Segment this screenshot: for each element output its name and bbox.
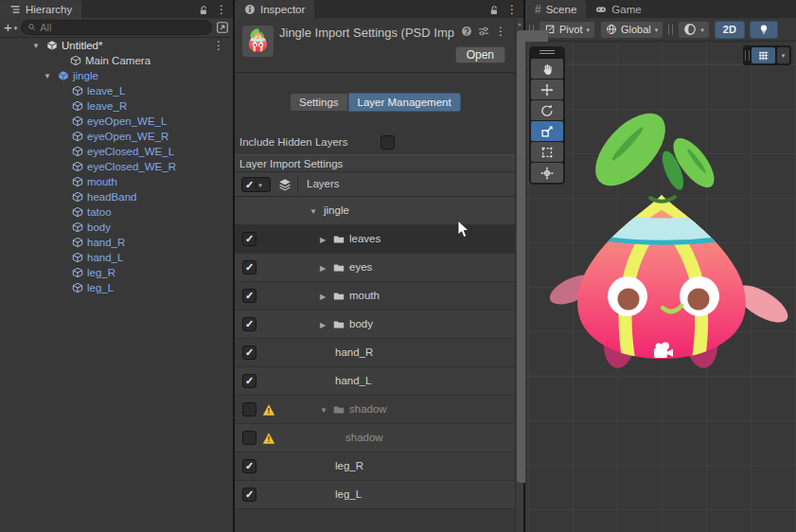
chevron-right-icon[interactable]: ▶ xyxy=(320,293,326,301)
hierarchy-item-main-camera[interactable]: Main Camera xyxy=(0,53,233,68)
tab-scene[interactable]: # Scene xyxy=(525,0,586,18)
inspector-scrollbar[interactable]: ▴ xyxy=(515,18,523,532)
chevron-right-icon[interactable]: ▶ xyxy=(320,236,326,244)
view-hand-tool-button[interactable] xyxy=(531,59,563,79)
hierarchy-scene-row[interactable]: ▼ Untitled* ⋮ xyxy=(0,38,233,53)
scroll-up-arrow-icon[interactable]: ▴ xyxy=(516,20,523,27)
layer-row-leg-l[interactable]: ✓ leg_L xyxy=(235,481,515,509)
chevron-down-icon: ▾ xyxy=(256,182,264,188)
layer-checkbox-unchecked[interactable] xyxy=(242,402,256,417)
global-dropdown[interactable]: Global ▾ xyxy=(600,21,663,39)
transform-tool-button[interactable] xyxy=(531,163,563,183)
hierarchy-icon xyxy=(9,4,21,15)
item-label: leg_R xyxy=(87,267,115,278)
hierarchy-item-eyeopen-we-l[interactable]: eyeOpen_WE_L xyxy=(0,114,233,129)
layer-row-body[interactable]: ✓ ▶ body xyxy=(235,310,515,339)
overlay-drag-handle[interactable] xyxy=(529,46,565,57)
unlock-icon[interactable] xyxy=(198,4,209,15)
hierarchy-search[interactable] xyxy=(21,20,212,35)
layer-row-shadow-group[interactable]: ▼ shadow xyxy=(235,396,515,424)
tab-inspector[interactable]: Inspector xyxy=(235,0,314,18)
hierarchy-menu-icon[interactable]: ⋮ xyxy=(216,4,227,15)
layer-label: eyes xyxy=(349,261,372,273)
jingle-character[interactable] xyxy=(546,89,794,384)
tools-overlay xyxy=(529,46,565,185)
rotate-tool-button[interactable] xyxy=(531,100,563,120)
layer-checkbox[interactable]: ✓ xyxy=(242,317,256,331)
toggle-all-checkbox[interactable]: ✓ ▾ xyxy=(241,177,271,192)
hierarchy-item-jingle[interactable]: ▼ jingle xyxy=(0,68,233,83)
2d-mode-toggle[interactable]: 2D xyxy=(715,21,745,39)
scene-viewport[interactable]: ▾ xyxy=(525,42,796,532)
hierarchy-item-hand-l[interactable]: hand_L xyxy=(0,250,233,265)
layer-row-mouth[interactable]: ✓ ▶ mouth xyxy=(235,282,515,310)
hierarchy-item-headband[interactable]: headBand xyxy=(0,189,233,204)
toolbar-drag-handle[interactable] xyxy=(668,25,673,35)
layer-label: shadow xyxy=(349,403,387,415)
search-input[interactable] xyxy=(40,22,205,33)
gameobject-cube-icon xyxy=(70,55,81,66)
layer-row-hand-l[interactable]: ✓ hand_L xyxy=(235,367,515,396)
layer-row-leaves[interactable]: ✓ ▶ leaves xyxy=(235,225,515,254)
layer-row-hand-r[interactable]: ✓ hand_R xyxy=(235,339,515,367)
chevron-down-icon[interactable]: ▼ xyxy=(32,42,40,50)
layer-checkbox-unchecked[interactable] xyxy=(242,431,256,445)
move-tool-button[interactable] xyxy=(531,80,563,99)
hierarchy-item-hand-r[interactable]: hand_R xyxy=(0,235,233,250)
add-gameobject-button[interactable]: + ▾ xyxy=(4,22,17,34)
layer-checkbox[interactable]: ✓ xyxy=(242,260,256,275)
hierarchy-item-leave-l[interactable]: leave_L xyxy=(0,83,233,98)
tab-hierarchy[interactable]: Hierarchy xyxy=(0,0,81,18)
unlock-icon[interactable] xyxy=(488,4,500,15)
mouse-cursor-icon xyxy=(457,221,470,239)
layer-row-jingle[interactable]: ▼ jingle xyxy=(235,197,515,225)
folder-icon xyxy=(333,291,345,302)
hierarchy-item-mouth[interactable]: mouth xyxy=(0,174,233,189)
help-icon[interactable] xyxy=(461,26,472,37)
inspector-menu-icon[interactable]: ⋮ xyxy=(506,4,518,15)
include-hidden-layers-checkbox[interactable] xyxy=(380,135,395,150)
asset-menu-icon[interactable]: ⋮ xyxy=(495,26,506,37)
layer-checkbox[interactable]: ✓ xyxy=(242,346,256,360)
hierarchy-item-tatoo[interactable]: tatoo xyxy=(0,204,233,220)
layer-checkbox[interactable]: ✓ xyxy=(242,459,256,473)
chevron-right-icon[interactable]: ▶ xyxy=(320,321,326,329)
scene-options-icon[interactable]: ⋮ xyxy=(213,40,224,51)
check-icon: ✓ xyxy=(245,291,254,301)
scene-lighting-toggle[interactable] xyxy=(750,21,778,39)
layer-checkbox[interactable]: ✓ xyxy=(242,374,256,388)
hierarchy-item-body[interactable]: body xyxy=(0,220,233,235)
hierarchy-item-leg-l[interactable]: leg_L xyxy=(0,280,233,295)
hierarchy-item-eyeopen-we-r[interactable]: eyeOpen_WE_R xyxy=(0,129,233,144)
tab-settings[interactable]: Settings xyxy=(290,93,348,112)
include-hidden-layers-row: Include Hidden Layers xyxy=(235,135,515,151)
rect-tool-button[interactable] xyxy=(531,142,563,162)
layer-checkbox[interactable]: ✓ xyxy=(242,289,256,303)
hierarchy-tree: ▼ Untitled* ⋮ Main Camera ▼ jingle leave… xyxy=(0,38,233,532)
chevron-down-icon[interactable]: ▼ xyxy=(44,72,51,80)
grid-settings-dropdown[interactable]: ▾ xyxy=(777,47,789,63)
chevron-right-icon[interactable]: ▶ xyxy=(320,264,326,273)
overlay-drag-handle[interactable] xyxy=(745,50,750,61)
presets-icon[interactable] xyxy=(478,26,489,37)
chevron-down-icon[interactable]: ▼ xyxy=(310,207,317,216)
open-button[interactable]: Open xyxy=(455,46,505,63)
layer-row-leg-r[interactable]: ✓ leg_R xyxy=(235,452,515,481)
layer-checkbox[interactable]: ✓ xyxy=(242,488,256,502)
shading-mode-dropdown[interactable]: ▾ xyxy=(678,21,710,39)
layers-stack-icon[interactable] xyxy=(278,178,292,191)
layer-row-shadow[interactable]: shadow xyxy=(235,424,515,452)
chevron-down-icon[interactable]: ▼ xyxy=(320,406,327,415)
hierarchy-item-leg-r[interactable]: leg_R xyxy=(0,265,233,280)
prefab-child-cube-icon xyxy=(72,237,83,248)
hierarchy-item-eyeclosed-we-r[interactable]: eyeClosed_WE_R xyxy=(0,159,233,174)
hierarchy-item-leave-r[interactable]: leave_R xyxy=(0,98,233,114)
layer-checkbox[interactable]: ✓ xyxy=(242,232,256,246)
layer-row-eyes[interactable]: ✓ ▶ eyes xyxy=(235,254,515,282)
scale-tool-button[interactable] xyxy=(531,121,563,141)
hierarchy-item-eyeclosed-we-l[interactable]: eyeClosed_WE_L xyxy=(0,144,233,159)
search-window-icon[interactable] xyxy=(216,21,229,34)
tab-game[interactable]: Game xyxy=(586,0,650,18)
tab-layer-management[interactable]: Layer Management xyxy=(348,93,461,112)
grid-visibility-toggle[interactable] xyxy=(752,47,775,63)
